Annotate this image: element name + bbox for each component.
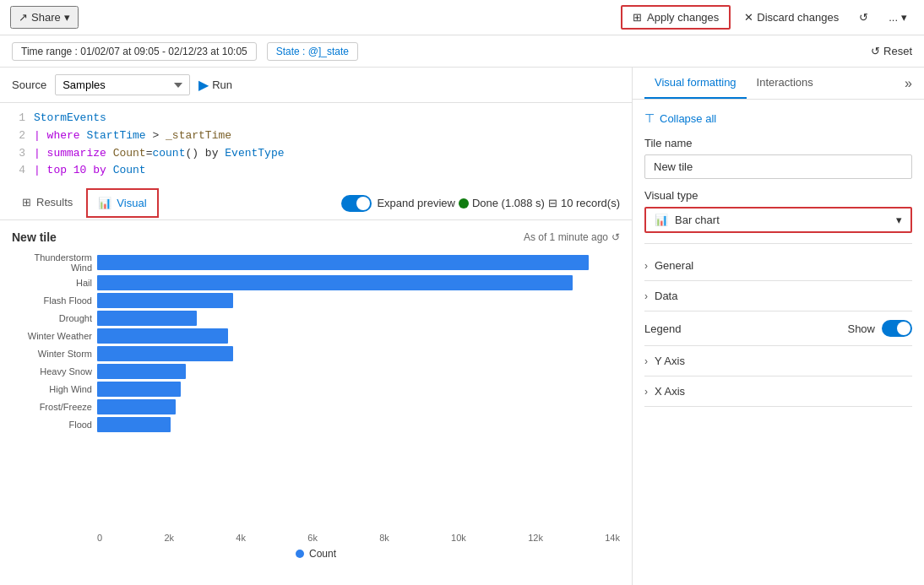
code-line-1: 1 StormEvents xyxy=(12,110,620,127)
chevron-down-icon: ▾ xyxy=(64,11,70,24)
source-label: Source xyxy=(12,79,46,91)
query-bar: Source Samples ▶ Run xyxy=(0,68,632,103)
tab-interactions[interactable]: Interactions xyxy=(747,68,823,99)
tab-visual-formatting[interactable]: Visual formatting xyxy=(644,68,747,99)
source-select[interactable]: Samples xyxy=(55,74,190,95)
collapse-icon: ⊤ xyxy=(644,111,655,125)
legend-show-toggle[interactable] xyxy=(882,320,912,337)
tab-results[interactable]: ⊞ Results xyxy=(12,189,83,217)
chart-legend: Count xyxy=(12,548,620,560)
bar-row: Flash Flood xyxy=(12,293,620,308)
table-icon: ⊞ xyxy=(22,196,31,209)
legend-section: Legend Show xyxy=(644,311,912,346)
expand-preview-switch[interactable] xyxy=(341,195,372,212)
filter-bar: Time range : 01/02/07 at 09:05 - 02/12/2… xyxy=(0,35,924,68)
data-section[interactable]: › Data xyxy=(644,281,912,311)
chart-area: New tile As of 1 minute ago ↺ Thundersto… xyxy=(0,220,632,585)
tile-name-group: Tile name xyxy=(644,137,912,179)
share-button[interactable]: ↗ Share ▾ xyxy=(10,6,79,29)
refresh-icon: ↺ xyxy=(859,11,868,24)
chevron-down-icon: ▾ xyxy=(901,11,907,24)
bar-chart: Thunderstorm Wind Hail Flash Flood Droug… xyxy=(12,252,620,529)
tab-visual[interactable]: 📊 Visual xyxy=(86,188,158,218)
bar-row: Thunderstorm Wind xyxy=(12,252,620,273)
bar-row: Flood xyxy=(12,417,620,432)
state-pill[interactable]: State : @]_state xyxy=(267,42,358,61)
chevron-right-icon: › xyxy=(644,290,648,302)
expand-preview-toggle[interactable]: Expand preview xyxy=(341,195,455,212)
right-content: ⊤ Collapse all Tile name Visual type 📊 B… xyxy=(633,100,924,585)
done-badge: Done (1.088 s) xyxy=(459,197,545,209)
bar-row: Hail xyxy=(12,275,620,290)
records-icon: ⊟ xyxy=(548,197,557,209)
left-panel: Source Samples ▶ Run 1 StormEvents 2 | w… xyxy=(0,68,633,585)
code-editor: 1 StormEvents 2 | where StartTime > _sta… xyxy=(0,103,632,187)
reset-icon: ↺ xyxy=(871,45,880,57)
code-line-2: 2 | where StartTime > _startTime xyxy=(12,127,620,145)
bar-row: Drought xyxy=(12,311,620,326)
general-section[interactable]: › General xyxy=(644,251,912,281)
expand-icon[interactable]: » xyxy=(905,76,912,91)
chart-icon: 📊 xyxy=(98,197,111,209)
done-dot xyxy=(459,198,469,209)
more-button[interactable]: ... ▾ xyxy=(882,8,914,27)
discard-changes-button[interactable]: ✕ Discard changes xyxy=(737,8,845,27)
apply-changes-button[interactable]: ⊞ Apply changes xyxy=(621,5,731,30)
bar-row: Winter Weather xyxy=(12,328,620,344)
visual-type-select[interactable]: 📊 Bar chart ▾ xyxy=(644,207,912,233)
refresh-button[interactable]: ↺ xyxy=(852,8,875,27)
records-badge: ⊟ 10 record(s) xyxy=(548,197,620,209)
bar-row: High Wind xyxy=(12,382,620,397)
bar-chart-icon: 📊 xyxy=(655,214,668,226)
right-panel: Visual formatting Interactions » ⊤ Colla… xyxy=(633,68,924,585)
y-axis-section[interactable]: › Y Axis xyxy=(644,346,912,376)
time-range-pill[interactable]: Time range : 01/02/07 at 09:05 - 02/12/2… xyxy=(12,42,257,61)
chart-title: New tile xyxy=(12,230,57,244)
play-icon: ▶ xyxy=(198,77,209,93)
visual-type-group: Visual type 📊 Bar chart ▾ xyxy=(644,189,912,233)
chart-header: New tile As of 1 minute ago ↺ xyxy=(12,230,620,244)
run-button[interactable]: ▶ Run xyxy=(198,77,232,93)
divider xyxy=(644,243,912,244)
legend-text: Count xyxy=(309,548,336,560)
reset-button[interactable]: ↺ Reset xyxy=(871,45,912,57)
close-icon: ✕ xyxy=(744,11,753,24)
main-layout: Source Samples ▶ Run 1 StormEvents 2 | w… xyxy=(0,68,924,585)
chevron-right-icon: › xyxy=(644,260,648,272)
top-bar: ↗ Share ▾ ⊞ Apply changes ✕ Discard chan… xyxy=(0,0,924,35)
legend-dot xyxy=(296,550,304,558)
code-line-4: 4 | top 10 by Count xyxy=(12,162,620,180)
bar-row: Heavy Snow xyxy=(12,364,620,379)
chart-container: Thunderstorm Wind Hail Flash Flood Droug… xyxy=(12,252,620,555)
state-value: @]_state xyxy=(308,46,349,57)
apply-icon: ⊞ xyxy=(633,11,642,24)
chevron-right-icon: › xyxy=(644,386,648,398)
code-line-3: 3 | summarize Count=count() by EventType xyxy=(12,145,620,163)
chart-timestamp: As of 1 minute ago ↺ xyxy=(524,231,620,243)
share-icon: ↗ xyxy=(19,11,28,24)
bar-row: Winter Storm xyxy=(12,346,620,361)
chevron-right-icon: › xyxy=(644,355,648,367)
refresh-icon[interactable]: ↺ xyxy=(611,231,620,243)
chevron-down-icon: ▾ xyxy=(896,214,902,226)
right-tabs: Visual formatting Interactions » xyxy=(633,68,924,100)
x-axis-section[interactable]: › X Axis xyxy=(644,376,912,407)
visual-type-label: Visual type xyxy=(644,189,912,202)
tile-name-label: Tile name xyxy=(644,137,912,149)
tab-bar: ⊞ Results 📊 Visual Expand preview Done (… xyxy=(0,187,632,220)
bar-row: Frost/Freeze xyxy=(12,399,620,414)
collapse-all-button[interactable]: ⊤ Collapse all xyxy=(644,111,912,125)
tile-name-input[interactable] xyxy=(644,154,912,179)
x-axis: 02k4k6k8k10k12k14k xyxy=(97,533,620,543)
